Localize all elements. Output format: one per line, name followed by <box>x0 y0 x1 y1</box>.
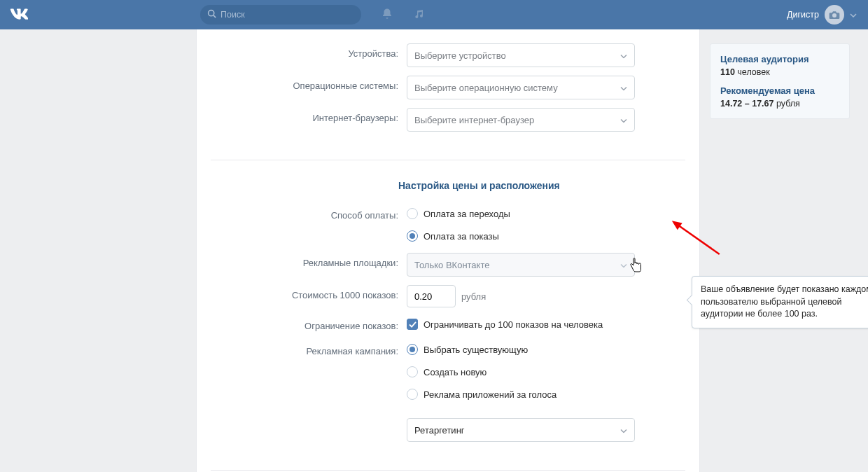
search-icon <box>207 9 216 20</box>
devices-placeholder: Выберите устройство <box>414 50 506 61</box>
sidebar-summary: Целевая аудитория 110 человек Рекомендуе… <box>710 43 850 119</box>
limit-checkbox[interactable]: Ограничивать до 100 показов на человека <box>407 316 671 333</box>
campaign-new-radio[interactable]: Создать новую <box>407 363 671 380</box>
limit-label: Ограничение показов: <box>197 316 407 331</box>
radio-icon <box>407 389 418 400</box>
payment-impressions-label: Оплата за показы <box>424 231 499 242</box>
price-title: Рекомендуемая цена <box>720 85 839 96</box>
tooltip-text: Ваше объявление будет показано каждому п… <box>701 284 868 319</box>
campaign-existing-radio[interactable]: Выбрать существующую <box>407 341 671 358</box>
username: Дигистр <box>787 10 819 20</box>
campaign-select-value: Ретаргетинг <box>414 425 465 436</box>
svg-line-1 <box>214 15 216 18</box>
checkbox-checked-icon <box>407 319 418 330</box>
price-unit: рубля <box>776 99 800 109</box>
cpm-label: Стоимость 1000 показов: <box>197 285 407 300</box>
devices-select[interactable]: Выберите устройство <box>407 43 635 67</box>
chevron-down-icon <box>620 50 627 61</box>
platforms-select[interactable]: Только ВКонтакте <box>407 253 635 277</box>
search-input-wrap[interactable] <box>200 5 361 25</box>
radio-icon <box>407 344 418 355</box>
chevron-down-icon <box>850 10 857 20</box>
audience-unit: человек <box>737 67 769 77</box>
browsers-placeholder: Выберите интернет-браузер <box>414 115 534 125</box>
cpm-unit: рубля <box>461 291 486 302</box>
top-header: Дигистр <box>0 0 868 29</box>
campaign-select[interactable]: Ретаргетинг <box>407 418 635 442</box>
os-placeholder: Выберите операционную систему <box>414 83 558 93</box>
vk-logo[interactable] <box>10 8 28 22</box>
pricing-section-title: Настройка цены и расположения <box>188 167 699 197</box>
campaign-label: Рекламная кампания: <box>197 341 407 356</box>
radio-icon <box>407 366 418 377</box>
audience-title: Целевая аудитория <box>720 54 839 64</box>
payment-clicks-radio[interactable]: Оплата за переходы <box>407 205 671 222</box>
campaign-voices-radio[interactable]: Реклама приложений за голоса <box>407 386 671 403</box>
search-input[interactable] <box>220 10 330 20</box>
chevron-down-icon <box>620 83 627 93</box>
chevron-down-icon <box>620 115 627 125</box>
campaign-existing-label: Выбрать существующую <box>424 345 528 355</box>
browsers-label: Интернет-браузеры: <box>197 108 407 123</box>
bell-icon[interactable] <box>381 8 393 22</box>
payment-label: Способ оплаты: <box>197 205 407 221</box>
payment-clicks-label: Оплата за переходы <box>424 209 510 219</box>
limit-tooltip: Ваше объявление будет показано каждому п… <box>692 276 868 328</box>
music-icon[interactable] <box>413 8 424 22</box>
campaign-new-label: Создать новую <box>424 367 486 377</box>
payment-impressions-radio[interactable]: Оплата за показы <box>407 228 671 244</box>
browsers-select[interactable]: Выберите интернет-браузер <box>407 108 635 132</box>
radio-icon <box>407 208 418 219</box>
campaign-voices-label: Реклама приложений за голоса <box>424 389 556 400</box>
chevron-down-icon <box>620 425 627 436</box>
chevron-down-icon <box>620 260 627 270</box>
os-label: Операционные системы: <box>197 76 407 91</box>
price-range: 14.72 – 17.67 <box>720 99 774 109</box>
avatar <box>825 5 844 25</box>
limit-text: Ограничивать до 100 показов на человека <box>424 319 603 330</box>
cpm-input[interactable] <box>407 285 456 307</box>
devices-label: Устройства: <box>197 43 407 59</box>
radio-icon <box>407 230 418 242</box>
audience-count: 110 <box>720 67 735 77</box>
svg-point-0 <box>209 11 214 16</box>
os-select[interactable]: Выберите операционную систему <box>407 76 635 99</box>
platforms-value: Только ВКонтакте <box>414 260 489 270</box>
user-menu[interactable]: Дигистр <box>787 5 857 25</box>
platforms-label: Рекламные площадки: <box>197 253 407 268</box>
